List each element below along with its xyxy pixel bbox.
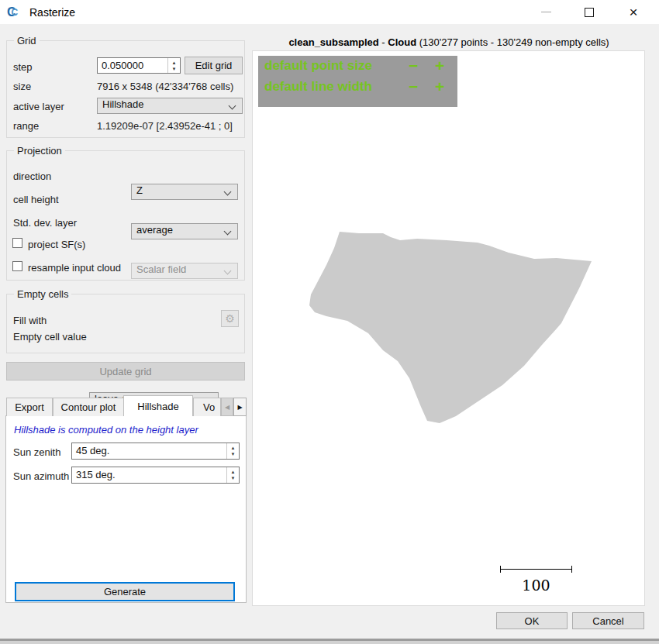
- tab-scroll-left-button: ◀: [221, 398, 233, 416]
- tab-hillshade[interactable]: Hillshade: [123, 395, 193, 416]
- line-width-increase-button[interactable]: +: [435, 78, 444, 95]
- scale-bar-label: 100: [500, 577, 572, 594]
- spin-up-icon[interactable]: ▲: [231, 469, 236, 475]
- title-bar: CC Rasterize ×: [0, 0, 659, 24]
- chevron-down-icon: [224, 267, 232, 275]
- sun-zenith-spinner[interactable]: ▲▼: [226, 443, 239, 459]
- raster-preview: [253, 51, 645, 606]
- sun-zenith-value: 45 deg.: [72, 443, 226, 459]
- tab-volume[interactable]: Vo: [193, 398, 221, 416]
- chevron-down-icon: [229, 102, 236, 110]
- sun-azimuth-input[interactable]: 315 deg. ▲▼: [71, 467, 240, 484]
- viewport-overlay: default point size − + default line widt…: [258, 56, 457, 107]
- direction-label: direction: [13, 170, 51, 182]
- sun-azimuth-value: 315 deg.: [72, 467, 226, 483]
- line-width-decrease-button[interactable]: −: [409, 78, 418, 95]
- window-title: Rasterize: [29, 6, 75, 19]
- project-sf-checkbox[interactable]: [12, 238, 22, 248]
- range-label: range: [13, 120, 39, 132]
- empty-cell-value-label: Empty cell value: [13, 331, 87, 343]
- chevron-down-icon: [224, 188, 232, 196]
- edit-grid-button[interactable]: Edit grid: [185, 57, 243, 74]
- active-layer-select[interactable]: Hillshade: [97, 98, 243, 114]
- fill-with-label: Fill with: [13, 315, 47, 326]
- spin-up-icon[interactable]: ▲: [231, 445, 236, 451]
- active-layer-label: active layer: [13, 101, 64, 112]
- window-bottom-shadow: [0, 641, 659, 644]
- arrow-right-icon: ▶: [237, 404, 242, 411]
- maximize-button[interactable]: [571, 0, 607, 24]
- step-spinner[interactable]: ▲▼: [167, 58, 180, 73]
- sun-zenith-label: Sun zenith: [13, 446, 60, 458]
- hillshade-note: Hillshade is computed on the height laye…: [14, 424, 198, 436]
- minimize-icon: [541, 12, 551, 12]
- spin-down-icon[interactable]: ▼: [231, 475, 236, 481]
- viewport-3d[interactable]: default point size − + default line widt…: [252, 50, 645, 606]
- resample-label: resample input cloud: [28, 262, 121, 274]
- std-dev-layer-select: Scalar field: [131, 263, 238, 279]
- tab-scroll-right-button[interactable]: ▶: [233, 398, 247, 416]
- arrow-left-icon: ◀: [225, 404, 229, 411]
- default-point-size-label: default point size: [264, 58, 372, 74]
- maximize-icon: [585, 8, 594, 17]
- std-dev-layer-value: Scalar field: [132, 262, 203, 275]
- spin-up-icon[interactable]: ▲: [172, 60, 177, 66]
- cloud-footprint: [309, 232, 592, 423]
- update-grid-button: Update grid: [6, 362, 245, 381]
- chevron-down-icon: [224, 228, 232, 236]
- step-label: step: [13, 61, 33, 73]
- spin-down-icon[interactable]: ▼: [172, 66, 177, 72]
- projection-group-title: Projection: [14, 145, 65, 157]
- header-separator: -: [379, 36, 388, 48]
- resample-checkbox[interactable]: [12, 261, 22, 271]
- cancel-button[interactable]: Cancel: [572, 612, 644, 629]
- step-value: 0.050000: [98, 58, 167, 73]
- point-size-decrease-button[interactable]: −: [409, 57, 418, 74]
- empty-cells-group-title: Empty cells: [14, 288, 71, 300]
- active-layer-value: Hillshade: [98, 97, 160, 110]
- close-icon: ×: [629, 5, 637, 19]
- spin-down-icon[interactable]: ▼: [231, 451, 236, 457]
- default-line-width-label: default line width: [264, 79, 372, 95]
- scale-bar: [500, 566, 572, 573]
- size-value: 7916 x 5348 (42'334'768 cells): [97, 81, 233, 92]
- ok-button[interactable]: OK: [496, 612, 568, 629]
- cloudcompare-logo-icon: CC: [7, 5, 13, 19]
- point-size-increase-button[interactable]: +: [435, 57, 444, 74]
- sun-azimuth-spinner[interactable]: ▲▼: [226, 467, 239, 483]
- range-value: 1.19209e-07 [2.43952e-41 ; 0]: [97, 120, 233, 132]
- sun-azimuth-label: Sun azimuth: [13, 470, 69, 482]
- size-label: size: [13, 81, 31, 92]
- std-dev-layer-label: Std. dev. layer: [13, 217, 77, 229]
- generate-button[interactable]: Generate: [15, 582, 235, 601]
- viewport-header: clean_subsampled - Cloud (130'277 points…: [252, 36, 646, 48]
- entity-type: Cloud: [388, 36, 416, 48]
- gear-icon: ⚙: [225, 312, 235, 325]
- cell-height-select[interactable]: average: [131, 223, 238, 239]
- project-sf-label: project SF(s): [28, 239, 85, 250]
- minimize-button[interactable]: [528, 0, 564, 24]
- interpolation-settings-button: ⚙: [221, 310, 239, 327]
- step-input[interactable]: 0.050000 ▲▼: [97, 57, 181, 74]
- cell-height-label: cell height: [13, 194, 59, 205]
- grid-group-title: Grid: [14, 35, 40, 46]
- cloud-name: clean_subsampled: [288, 36, 378, 48]
- cell-height-value: average: [132, 222, 190, 236]
- tab-contour-plot[interactable]: Contour plot: [53, 398, 124, 416]
- cloud-stats: (130'277 points - 130'249 non-empty cell…: [416, 36, 609, 48]
- direction-value: Z: [132, 183, 160, 196]
- tab-export[interactable]: Export: [6, 398, 53, 416]
- sun-zenith-input[interactable]: 45 deg. ▲▼: [71, 443, 240, 460]
- close-button[interactable]: ×: [616, 0, 651, 24]
- direction-select[interactable]: Z: [131, 184, 238, 200]
